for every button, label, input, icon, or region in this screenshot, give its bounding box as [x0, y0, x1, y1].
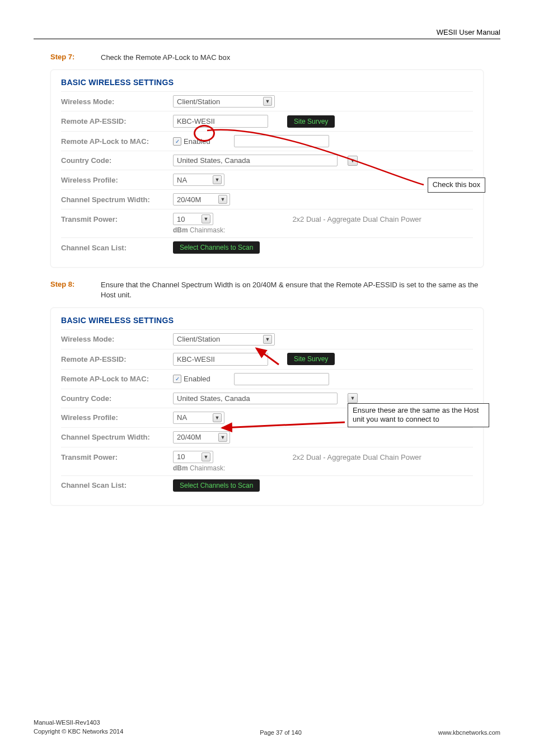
- footer-center: Page 37 of 140: [260, 729, 302, 736]
- select-wireless-mode-value: Client/Station: [177, 97, 220, 106]
- label-remote-lock: Remote AP-Lock to MAC:: [61, 137, 173, 146]
- row-country: Country Code: United States, Canada ▼: [61, 151, 473, 170]
- red-circle-annotation: [194, 125, 215, 142]
- select-tx-power[interactable]: 10 ▼: [173, 213, 213, 225]
- select-channels-button[interactable]: Select Channels to Scan: [173, 241, 260, 254]
- row-remote-lock-2: Remote AP-Lock to MAC: ✓ Enabled: [61, 369, 473, 389]
- footer-line1: Manual-WESII-Rev1403: [34, 718, 123, 727]
- chevron-down-icon: ▼: [202, 214, 210, 223]
- panel1-title: BASIC WIRELESS SETTINGS: [61, 78, 473, 87]
- chevron-down-icon: ▼: [202, 452, 210, 461]
- step7-text: Check the Remote AP-Lock to MAC box: [101, 53, 230, 63]
- label-remote-essid-2: Remote AP-ESSID:: [61, 355, 173, 363]
- site-survey-button[interactable]: Site Survey: [287, 115, 335, 128]
- chevron-down-icon: ▼: [348, 393, 358, 403]
- label-spectrum-2: Channel Spectrum Width:: [61, 433, 173, 441]
- row-tx-power: Transmit Power: 10 ▼ dBm Chainmask: 2x2 …: [61, 209, 473, 237]
- chevron-down-icon: ▼: [348, 156, 358, 166]
- select-tx-power-2[interactable]: 10 ▼: [173, 451, 213, 463]
- label-profile-2: Wireless Profile:: [61, 413, 173, 422]
- select-profile-value: NA: [177, 176, 187, 184]
- callout-check-box-text: Check this box: [433, 180, 480, 189]
- input-remote-essid-2[interactable]: KBC-WESII: [173, 353, 268, 366]
- label-remote-essid: Remote AP-ESSID:: [61, 117, 173, 125]
- select-wireless-mode-2[interactable]: Client/Station ▼: [173, 333, 275, 346]
- label-tx-power-2: Transmit Power:: [61, 451, 173, 461]
- header-title: WESII User Manual: [437, 28, 500, 36]
- step7-block: Step 7: Check the Remote AP-Lock to MAC …: [50, 53, 484, 63]
- select-channels-button-2[interactable]: Select Channels to Scan: [173, 479, 260, 492]
- select-spectrum-value: 20/40M: [177, 195, 201, 204]
- tx-power-unit: dBm: [173, 226, 188, 234]
- chevron-down-icon: ▼: [213, 175, 222, 184]
- chainmask-label-2: Chainmask:: [190, 464, 225, 472]
- site-survey-button-2[interactable]: Site Survey: [287, 353, 335, 365]
- step7-label: Step 7:: [50, 53, 101, 63]
- tx-power-note: 2x2 Dual - Aggregate Dual Chain Power: [292, 213, 421, 223]
- row-remote-essid: Remote AP-ESSID: KBC-WESII Site Survey: [61, 111, 473, 131]
- callout-ensure: Ensure these are the same as the Host un…: [348, 403, 489, 428]
- row-remote-essid-2: Remote AP-ESSID: KBC-WESII Site Survey: [61, 349, 473, 369]
- tx-power-note-2: 2x2 Dual - Aggregate Dual Chain Power: [292, 451, 421, 461]
- label-country: Country Code:: [61, 156, 173, 165]
- select-country[interactable]: United States, Canada ▼: [173, 155, 358, 166]
- row-spectrum: Channel Spectrum Width: 20/40M ▼: [61, 189, 473, 209]
- select-country-2[interactable]: United States, Canada ▼: [173, 393, 358, 404]
- row-remote-lock: Remote AP-Lock to MAC: ✓ Enabled: [61, 131, 473, 151]
- select-spectrum[interactable]: 20/40M ▼: [173, 193, 230, 206]
- chevron-down-icon: ▼: [213, 413, 222, 422]
- panel-1: BASIC WIRELESS SETTINGS Wireless Mode: C…: [50, 69, 484, 268]
- select-spectrum-2-value: 20/40M: [177, 433, 201, 441]
- label-scan-list-2: Channel Scan List:: [61, 481, 173, 489]
- row-wireless-mode-2: Wireless Mode: Client/Station ▼: [61, 329, 473, 349]
- chevron-down-icon: ▼: [263, 335, 272, 344]
- label-tx-power: Transmit Power:: [61, 213, 173, 223]
- select-tx-power-2-value: 10: [177, 452, 185, 461]
- chainmask-label: Chainmask:: [190, 226, 225, 234]
- label-spectrum: Channel Spectrum Width:: [61, 195, 173, 204]
- panel-2: BASIC WIRELESS SETTINGS Wireless Mode: C…: [50, 307, 484, 506]
- row-wireless-mode: Wireless Mode: Client/Station ▼: [61, 91, 473, 111]
- select-profile-2-value: NA: [177, 413, 187, 422]
- row-spectrum-2: Channel Spectrum Width: 20/40M ▼: [61, 427, 473, 447]
- tx-power-unit-2: dBm: [173, 464, 188, 472]
- label-profile: Wireless Profile:: [61, 176, 173, 184]
- select-wireless-mode-2-value: Client/Station: [177, 335, 220, 343]
- step8-block: Step 8: Ensure that the Channel Spectrum…: [50, 280, 484, 300]
- select-country-value: United States, Canada: [173, 155, 338, 166]
- select-wireless-mode[interactable]: Client/Station ▼: [173, 95, 275, 108]
- input-remote-lock-mac[interactable]: [234, 135, 329, 147]
- select-profile-2[interactable]: NA ▼: [173, 412, 224, 424]
- label-country-2: Country Code:: [61, 394, 173, 403]
- callout-check-box: Check this box: [428, 178, 485, 193]
- callout-ensure-text: Ensure these are the same as the Host un…: [353, 406, 479, 424]
- label-wireless-mode: Wireless Mode:: [61, 97, 173, 106]
- input-remote-essid[interactable]: KBC-WESII: [173, 115, 268, 128]
- select-spectrum-2[interactable]: 20/40M ▼: [173, 431, 230, 444]
- checkbox-enabled-2[interactable]: ✓: [173, 375, 181, 383]
- label-scan-list: Channel Scan List:: [61, 244, 173, 252]
- row-tx-power-2: Transmit Power: 10 ▼ dBm Chainmask: 2x2 …: [61, 447, 473, 475]
- input-remote-lock-mac-2[interactable]: [234, 373, 329, 385]
- input-remote-essid-value: KBC-WESII: [177, 117, 215, 125]
- select-profile[interactable]: NA ▼: [173, 174, 224, 186]
- panel2-title: BASIC WIRELESS SETTINGS: [61, 316, 473, 325]
- row-scan-list-2: Channel Scan List: Select Channels to Sc…: [61, 475, 473, 495]
- step8-label: Step 8:: [50, 280, 101, 300]
- checkbox-enabled[interactable]: ✓: [173, 137, 181, 146]
- step8-text: Ensure that the Channel Spectrum Width i…: [101, 280, 484, 300]
- input-remote-essid-2-value: KBC-WESII: [177, 355, 215, 363]
- label-remote-lock-2: Remote AP-Lock to MAC:: [61, 375, 173, 383]
- chevron-down-icon: ▼: [218, 195, 227, 204]
- label-wireless-mode-2: Wireless Mode:: [61, 335, 173, 343]
- chevron-down-icon: ▼: [218, 433, 227, 442]
- row-profile: Wireless Profile: NA ▼: [61, 170, 473, 189]
- select-country-2-value: United States, Canada: [173, 393, 338, 404]
- page-footer: Manual-WESII-Rev1403 Copyright © KBC Net…: [34, 718, 500, 736]
- checkbox-enabled-label-2: Enabled: [184, 375, 210, 383]
- chevron-down-icon: ▼: [263, 97, 272, 106]
- footer-right: www.kbcnetworks.com: [438, 729, 500, 736]
- row-scan-list: Channel Scan List: Select Channels to Sc…: [61, 237, 473, 257]
- footer-line2: Copyright © KBC Networks 2014: [34, 727, 123, 736]
- page-header: WESII User Manual: [34, 28, 500, 39]
